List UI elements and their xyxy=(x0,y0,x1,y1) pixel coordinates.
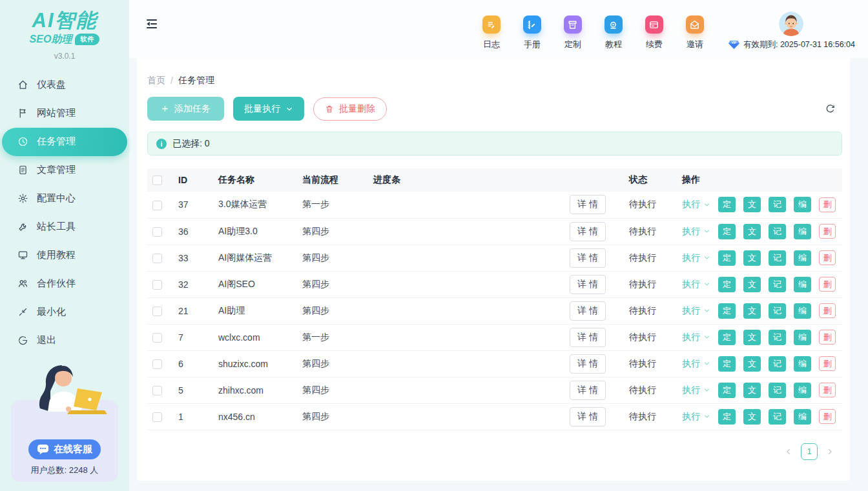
row-checkbox[interactable] xyxy=(152,386,162,396)
action-record-button[interactable]: 记 xyxy=(769,383,786,398)
action-edit-button[interactable]: 编 xyxy=(794,383,811,398)
quick-link-invite[interactable]: 邀请 xyxy=(683,15,707,50)
row-checkbox[interactable] xyxy=(152,254,162,263)
row-checkbox[interactable] xyxy=(152,201,162,210)
sidebar-item-config-center[interactable]: 配置中心 xyxy=(0,185,129,213)
action-delete-button[interactable]: 删 xyxy=(819,197,836,212)
sidebar-item-webmaster-tools[interactable]: 站长工具 xyxy=(0,213,129,241)
action-article-button[interactable]: 文 xyxy=(743,303,761,319)
action-record-button[interactable]: 记 xyxy=(769,330,786,345)
action-schedule-button[interactable]: 定 xyxy=(718,356,736,372)
execute-dropdown[interactable]: 执行 xyxy=(682,279,710,290)
action-delete-button[interactable]: 删 xyxy=(819,303,836,318)
quick-link-renew[interactable]: 续费 xyxy=(642,15,666,50)
detail-button[interactable]: 详 情 xyxy=(570,301,606,321)
sidebar-item-minimize[interactable]: 最小化 xyxy=(0,298,129,326)
detail-button[interactable]: 详 情 xyxy=(570,381,606,400)
detail-button[interactable]: 详 情 xyxy=(570,248,606,268)
online-service-button[interactable]: 在线客服 xyxy=(28,439,101,459)
sidebar-item-partners[interactable]: 合作伙伴 xyxy=(0,270,129,298)
execute-dropdown[interactable]: 执行 xyxy=(682,305,710,317)
sidebar-item-logout[interactable]: 退出 xyxy=(0,326,129,355)
action-delete-button[interactable]: 删 xyxy=(819,250,836,265)
detail-button[interactable]: 详 情 xyxy=(570,407,606,426)
action-delete-button[interactable]: 删 xyxy=(819,356,836,371)
action-article-button[interactable]: 文 xyxy=(743,250,761,266)
action-schedule-button[interactable]: 定 xyxy=(718,409,736,425)
batch-execute-button[interactable]: 批量执行 xyxy=(233,97,304,121)
action-edit-button[interactable]: 编 xyxy=(794,303,811,319)
action-article-button[interactable]: 文 xyxy=(743,356,761,372)
action-record-button[interactable]: 记 xyxy=(769,224,786,239)
action-article-button[interactable]: 文 xyxy=(743,409,761,425)
action-schedule-button[interactable]: 定 xyxy=(718,330,736,345)
detail-button[interactable]: 详 情 xyxy=(570,275,606,294)
row-checkbox[interactable] xyxy=(152,359,162,369)
action-record-button[interactable]: 记 xyxy=(769,197,786,212)
row-checkbox[interactable] xyxy=(152,412,162,422)
prev-page-icon[interactable] xyxy=(784,447,793,456)
action-edit-button[interactable]: 编 xyxy=(794,250,811,266)
action-edit-button[interactable]: 编 xyxy=(794,330,811,345)
batch-delete-button[interactable]: 批量删除 xyxy=(313,97,387,121)
execute-dropdown[interactable]: 执行 xyxy=(682,332,710,343)
select-all-checkbox[interactable] xyxy=(152,175,162,185)
row-checkbox[interactable] xyxy=(152,333,162,343)
execute-dropdown[interactable]: 执行 xyxy=(682,226,710,237)
row-checkbox[interactable] xyxy=(152,306,162,316)
detail-button[interactable]: 详 情 xyxy=(570,222,606,241)
action-edit-button[interactable]: 编 xyxy=(794,409,811,425)
action-article-button[interactable]: 文 xyxy=(743,383,761,398)
detail-button[interactable]: 详 情 xyxy=(570,354,606,374)
action-article-button[interactable]: 文 xyxy=(743,330,761,345)
detail-button[interactable]: 详 情 xyxy=(570,195,606,214)
action-record-button[interactable]: 记 xyxy=(769,250,786,266)
sidebar-item-article-management[interactable]: 文章管理 xyxy=(0,156,129,185)
sidebar-item-dashboard[interactable]: 仪表盘 xyxy=(0,71,129,99)
action-edit-button[interactable]: 编 xyxy=(794,277,811,292)
action-delete-button[interactable]: 删 xyxy=(819,409,836,424)
action-delete-button[interactable]: 删 xyxy=(819,277,836,292)
page-number[interactable]: 1 xyxy=(801,443,818,460)
next-page-icon[interactable] xyxy=(825,447,834,456)
quick-link-custom[interactable]: 定制 xyxy=(561,15,585,50)
action-article-button[interactable]: 文 xyxy=(743,224,761,239)
quick-link-manual[interactable]: 手册 xyxy=(520,15,544,50)
row-checkbox[interactable] xyxy=(152,227,162,237)
action-schedule-button[interactable]: 定 xyxy=(718,303,736,319)
execute-dropdown[interactable]: 执行 xyxy=(682,199,710,210)
action-article-button[interactable]: 文 xyxy=(743,277,761,292)
user-avatar[interactable] xyxy=(779,12,803,36)
action-schedule-button[interactable]: 定 xyxy=(718,224,736,239)
action-record-button[interactable]: 记 xyxy=(769,303,786,319)
detail-button[interactable]: 详 情 xyxy=(570,328,606,347)
action-delete-button[interactable]: 删 xyxy=(819,383,836,397)
action-edit-button[interactable]: 编 xyxy=(794,197,811,212)
refresh-icon[interactable] xyxy=(825,103,836,114)
action-schedule-button[interactable]: 定 xyxy=(718,250,736,266)
action-schedule-button[interactable]: 定 xyxy=(718,383,736,398)
sidebar-item-task-management[interactable]: 任务管理 xyxy=(2,128,127,156)
action-article-button[interactable]: 文 xyxy=(743,197,761,212)
action-schedule-button[interactable]: 定 xyxy=(718,277,736,292)
action-delete-button[interactable]: 删 xyxy=(819,330,836,345)
action-edit-button[interactable]: 编 xyxy=(794,356,811,372)
quick-link-tutorial[interactable]: 教程 xyxy=(601,15,626,50)
execute-dropdown[interactable]: 执行 xyxy=(682,252,710,264)
action-edit-button[interactable]: 编 xyxy=(794,224,811,239)
breadcrumb-home[interactable]: 首页 xyxy=(147,75,165,86)
add-task-button[interactable]: 添加任务 xyxy=(147,97,224,121)
action-schedule-button[interactable]: 定 xyxy=(718,197,736,212)
execute-dropdown[interactable]: 执行 xyxy=(682,385,710,396)
sidebar-fold-icon[interactable] xyxy=(145,17,159,31)
execute-dropdown[interactable]: 执行 xyxy=(682,358,710,370)
sidebar-item-site-management[interactable]: 网站管理 xyxy=(0,99,129,128)
quick-link-logs[interactable]: 日志 xyxy=(479,15,504,50)
action-record-button[interactable]: 记 xyxy=(769,409,786,425)
sidebar-item-usage-tutorial[interactable]: 使用教程 xyxy=(0,241,129,270)
action-record-button[interactable]: 记 xyxy=(769,356,786,372)
execute-dropdown[interactable]: 执行 xyxy=(682,411,710,423)
action-delete-button[interactable]: 删 xyxy=(819,224,836,239)
action-record-button[interactable]: 记 xyxy=(769,277,786,292)
row-checkbox[interactable] xyxy=(152,280,162,290)
